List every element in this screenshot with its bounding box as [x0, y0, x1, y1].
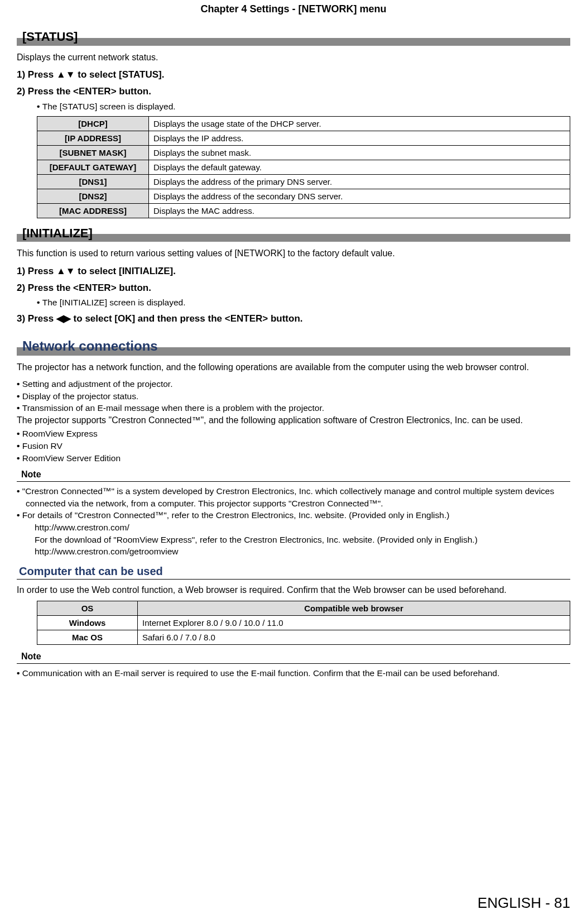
- chapter-header: Chapter 4 Settings - [NETWORK] menu: [17, 0, 570, 24]
- td-browser: Internet Explorer 8.0 / 9.0 / 10.0 / 11.…: [138, 616, 570, 630]
- table-val: Displays the address of the secondary DN…: [149, 189, 570, 203]
- table-key: [DNS1]: [37, 174, 149, 189]
- page-footer: ENGLISH - 81: [478, 893, 570, 913]
- computer-intro: In order to use the Web control function…: [17, 584, 570, 596]
- status-step2: 2) Press the <ENTER> button.: [17, 85, 570, 98]
- table-val: Displays the subnet mask.: [149, 145, 570, 160]
- td-browser: Safari 6.0 / 7.0 / 8.0: [138, 630, 570, 645]
- list-item: Communication with an E-mail server is r…: [17, 667, 570, 679]
- note-heading: Note: [17, 468, 570, 481]
- note-url: http://www.crestron.com/getroomview: [26, 545, 570, 558]
- table-key: [MAC ADDRESS]: [37, 203, 149, 218]
- table-row: [IP ADDRESS]Displays the IP address.: [37, 131, 570, 145]
- step-text: 1) Press: [17, 266, 56, 276]
- step-text: to select [STATUS].: [75, 69, 165, 80]
- table-key: [DEFAULT GATEWAY]: [37, 160, 149, 174]
- table-key: [SUBNET MASK]: [37, 145, 149, 160]
- list-item: Fusion RV: [17, 440, 570, 452]
- table-row: [SUBNET MASK]Displays the subnet mask.: [37, 145, 570, 160]
- list-item: For details of "Crestron Connected™", re…: [17, 509, 570, 558]
- step-text: to select [OK] and then press the <ENTER…: [71, 313, 303, 324]
- table-val: Displays the default gateway.: [149, 160, 570, 174]
- th-browser: Compatible web browser: [138, 601, 570, 616]
- table-key: [DHCP]: [37, 116, 149, 131]
- note-text: For the download of "RoomView Express", …: [26, 534, 570, 546]
- initialize-step3: 3) Press ◀▶ to select [OK] and then pres…: [17, 312, 570, 325]
- table-row: Windows Internet Explorer 8.0 / 9.0 / 10…: [37, 616, 570, 630]
- step-text: to select [INITIALIZE].: [75, 266, 176, 276]
- network-p1: The projector has a network function, an…: [17, 361, 570, 374]
- initialize-step1: 1) Press ▲▼ to select [INITIALIZE].: [17, 265, 570, 278]
- table-val: Displays the address of the primary DNS …: [149, 174, 570, 189]
- table-val: Displays the usage state of the DHCP ser…: [149, 116, 570, 131]
- table-row: [MAC ADDRESS]Displays the MAC address.: [37, 203, 570, 218]
- note-text: For details of "Crestron Connected™", re…: [22, 510, 450, 520]
- note-heading: Note: [17, 650, 570, 663]
- table-row: OS Compatible web browser: [37, 601, 570, 616]
- note-text: "Crestron Connected™" is a system develo…: [22, 486, 554, 508]
- arrow-up-down-icon: ▲▼: [56, 69, 75, 80]
- list-item: Display of the projector status.: [17, 390, 570, 403]
- browser-table: OS Compatible web browser Windows Intern…: [37, 601, 570, 645]
- status-intro: Displays the current network status.: [17, 51, 570, 64]
- table-row: [DHCP]Displays the usage state of the DH…: [37, 116, 570, 131]
- status-step2-bullet: The [STATUS] screen is displayed.: [37, 100, 570, 113]
- td-os: Mac OS: [37, 630, 138, 645]
- arrow-up-down-icon: ▲▼: [56, 266, 75, 276]
- table-key: [IP ADDRESS]: [37, 131, 149, 145]
- table-row: [DNS2]Displays the address of the second…: [37, 189, 570, 203]
- section-title-network: Network connections: [17, 337, 570, 356]
- initialize-step2: 2) Press the <ENTER> button.: [17, 281, 570, 295]
- table-row: [DNS1]Displays the address of the primar…: [37, 174, 570, 189]
- status-step1: 1) Press ▲▼ to select [STATUS].: [17, 68, 570, 82]
- table-row: Mac OS Safari 6.0 / 7.0 / 8.0: [37, 630, 570, 645]
- section-title-initialize: [INITIALIZE]: [17, 225, 570, 242]
- step-text: 3) Press: [17, 313, 56, 324]
- list-item: RoomView Express: [17, 428, 570, 440]
- section-title-status: [STATUS]: [17, 28, 570, 46]
- list-item: Transmission of an E-mail message when t…: [17, 402, 570, 414]
- th-os: OS: [37, 601, 138, 616]
- list-item: RoomView Server Edition: [17, 452, 570, 465]
- initialize-step2-bullet: The [INITIALIZE] screen is displayed.: [37, 296, 570, 309]
- note-url: http://www.crestron.com/: [26, 521, 570, 534]
- initialize-intro: This function is used to return various …: [17, 247, 570, 260]
- status-table: [DHCP]Displays the usage state of the DH…: [37, 116, 570, 218]
- table-val: Displays the IP address.: [149, 131, 570, 145]
- td-os: Windows: [37, 616, 138, 630]
- list-item: "Crestron Connected™" is a system develo…: [17, 485, 570, 509]
- table-row: [DEFAULT GATEWAY]Displays the default ga…: [37, 160, 570, 174]
- table-key: [DNS2]: [37, 189, 149, 203]
- subheading-computer: Computer that can be used: [17, 563, 570, 580]
- arrow-left-right-icon: ◀▶: [56, 313, 71, 324]
- list-item: Setting and adjustment of the projector.: [17, 378, 570, 390]
- network-p2: The projector supports "Crestron Connect…: [17, 414, 570, 427]
- table-val: Displays the MAC address.: [149, 203, 570, 218]
- step-text: 1) Press: [17, 69, 56, 80]
